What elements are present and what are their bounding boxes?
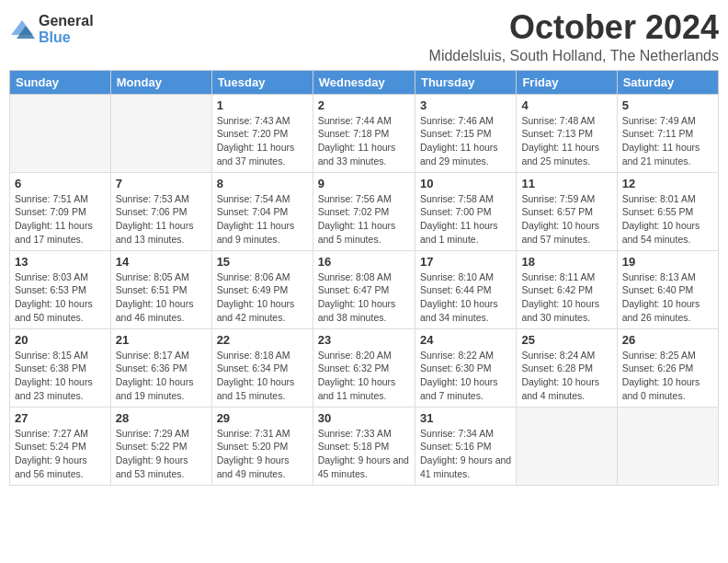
calendar-cell: 29Sunrise: 7:31 AMSunset: 5:20 PMDayligh… [211,407,313,485]
calendar-cell: 30Sunrise: 7:33 AMSunset: 5:18 PMDayligh… [313,407,415,485]
day-info: Sunrise: 7:46 AMSunset: 7:15 PMDaylight:… [420,114,511,168]
month-title: October 2024 [429,9,719,46]
day-info: Sunrise: 8:11 AMSunset: 6:42 PMDaylight:… [521,270,611,325]
day-info: Sunrise: 7:27 AMSunset: 5:24 PMDaylight:… [15,427,106,481]
day-info: Sunrise: 8:15 AMSunset: 6:38 PMDaylight:… [15,349,106,403]
calendar-cell [10,94,111,172]
day-number: 2 [318,98,410,112]
calendar-header-monday: Monday [110,70,211,94]
day-info: Sunrise: 8:13 AMSunset: 6:40 PMDaylight:… [622,270,713,325]
day-info: Sunrise: 7:33 AMSunset: 5:18 PMDaylight:… [318,427,410,481]
day-info: Sunrise: 8:17 AMSunset: 6:36 PMDaylight:… [116,349,207,403]
day-number: 29 [217,411,308,425]
day-number: 28 [116,411,207,425]
calendar-cell: 13Sunrise: 8:03 AMSunset: 6:53 PMDayligh… [10,250,111,328]
calendar-week-row: 20Sunrise: 8:15 AMSunset: 6:38 PMDayligh… [10,328,719,407]
day-info: Sunrise: 8:06 AMSunset: 6:49 PMDaylight:… [217,270,308,325]
day-info: Sunrise: 8:05 AMSunset: 6:51 PMDaylight:… [116,270,207,325]
day-number: 5 [622,98,713,112]
day-info: Sunrise: 7:54 AMSunset: 7:04 PMDaylight:… [217,192,308,247]
day-info: Sunrise: 7:31 AMSunset: 5:20 PMDaylight:… [217,427,308,481]
calendar-cell: 18Sunrise: 8:11 AMSunset: 6:42 PMDayligh… [517,250,617,328]
calendar-cell: 3Sunrise: 7:46 AMSunset: 7:15 PMDaylight… [415,94,516,172]
day-number: 30 [318,411,410,425]
calendar-header-thursday: Thursday [415,70,516,94]
day-number: 4 [521,98,611,112]
location-title: Middelsluis, South Holland, The Netherla… [429,48,719,64]
calendar-header-friday: Friday [517,70,617,94]
calendar-week-row: 6Sunrise: 7:51 AMSunset: 7:09 PMDaylight… [10,172,719,250]
calendar-cell: 12Sunrise: 8:01 AMSunset: 6:55 PMDayligh… [617,172,718,250]
day-number: 19 [622,255,713,269]
day-info: Sunrise: 7:48 AMSunset: 7:13 PMDaylight:… [521,114,611,168]
day-number: 9 [318,177,410,190]
calendar-header-wednesday: Wednesday [313,70,415,94]
day-info: Sunrise: 7:56 AMSunset: 7:02 PMDaylight:… [318,192,410,247]
day-number: 17 [420,255,511,269]
day-number: 15 [217,255,308,269]
day-number: 12 [622,177,713,190]
day-info: Sunrise: 7:29 AMSunset: 5:22 PMDaylight:… [116,427,207,481]
day-info: Sunrise: 7:58 AMSunset: 7:00 PMDaylight:… [420,192,511,247]
logo-text: General Blue [39,13,94,45]
page-header: General Blue October 2024 Middelsluis, S… [9,9,719,64]
day-number: 16 [318,255,410,269]
calendar-cell: 6Sunrise: 7:51 AMSunset: 7:09 PMDaylight… [10,172,111,250]
day-number: 7 [116,177,207,190]
calendar-cell: 31Sunrise: 7:34 AMSunset: 5:16 PMDayligh… [415,407,516,485]
calendar-week-row: 1Sunrise: 7:43 AMSunset: 7:20 PMDaylight… [10,94,719,172]
calendar-cell: 5Sunrise: 7:49 AMSunset: 7:11 PMDaylight… [617,94,718,172]
day-info: Sunrise: 8:01 AMSunset: 6:55 PMDaylight:… [622,192,713,247]
day-info: Sunrise: 8:20 AMSunset: 6:32 PMDaylight:… [318,349,410,403]
day-info: Sunrise: 7:59 AMSunset: 6:57 PMDaylight:… [521,192,611,247]
logo-icon [9,17,35,42]
day-info: Sunrise: 8:08 AMSunset: 6:47 PMDaylight:… [318,270,410,325]
day-info: Sunrise: 7:51 AMSunset: 7:09 PMDaylight:… [15,192,106,247]
day-info: Sunrise: 7:34 AMSunset: 5:16 PMDaylight:… [420,427,511,481]
calendar-header-saturday: Saturday [617,70,718,94]
day-number: 13 [15,255,106,269]
day-number: 25 [521,333,611,347]
calendar-cell: 27Sunrise: 7:27 AMSunset: 5:24 PMDayligh… [10,407,111,485]
day-number: 11 [521,177,611,190]
day-info: Sunrise: 8:10 AMSunset: 6:44 PMDaylight:… [420,270,511,325]
calendar-cell: 16Sunrise: 8:08 AMSunset: 6:47 PMDayligh… [313,250,415,328]
day-number: 6 [15,177,106,190]
calendar-cell: 28Sunrise: 7:29 AMSunset: 5:22 PMDayligh… [110,407,211,485]
calendar-cell: 2Sunrise: 7:44 AMSunset: 7:18 PMDaylight… [313,94,415,172]
calendar-cell: 8Sunrise: 7:54 AMSunset: 7:04 PMDaylight… [211,172,313,250]
day-number: 23 [318,333,410,347]
calendar-cell: 14Sunrise: 8:05 AMSunset: 6:51 PMDayligh… [110,250,211,328]
calendar-cell: 11Sunrise: 7:59 AMSunset: 6:57 PMDayligh… [517,172,617,250]
day-number: 10 [420,177,511,190]
calendar-week-row: 27Sunrise: 7:27 AMSunset: 5:24 PMDayligh… [10,407,719,485]
day-info: Sunrise: 7:49 AMSunset: 7:11 PMDaylight:… [622,114,713,168]
calendar-cell: 1Sunrise: 7:43 AMSunset: 7:20 PMDaylight… [211,94,313,172]
day-number: 26 [622,333,713,347]
calendar-cell: 4Sunrise: 7:48 AMSunset: 7:13 PMDaylight… [517,94,617,172]
calendar-cell: 17Sunrise: 8:10 AMSunset: 6:44 PMDayligh… [415,250,516,328]
day-number: 31 [420,411,511,425]
calendar-cell: 7Sunrise: 7:53 AMSunset: 7:06 PMDaylight… [110,172,211,250]
day-info: Sunrise: 7:53 AMSunset: 7:06 PMDaylight:… [116,192,207,247]
day-number: 24 [420,333,511,347]
calendar-cell [110,94,211,172]
calendar-header-sunday: Sunday [10,70,111,94]
calendar-cell: 23Sunrise: 8:20 AMSunset: 6:32 PMDayligh… [313,328,415,407]
day-number: 20 [15,333,106,347]
day-number: 27 [15,411,106,425]
logo-general-text: General [39,13,94,29]
calendar-cell: 21Sunrise: 8:17 AMSunset: 6:36 PMDayligh… [110,328,211,407]
logo: General Blue [9,13,94,45]
calendar-header-tuesday: Tuesday [211,70,313,94]
day-number: 18 [521,255,611,269]
title-area: October 2024 Middelsluis, South Holland,… [429,9,719,64]
calendar-cell: 26Sunrise: 8:25 AMSunset: 6:26 PMDayligh… [617,328,718,407]
day-number: 22 [217,333,308,347]
calendar-cell [617,407,718,485]
calendar-cell: 22Sunrise: 8:18 AMSunset: 6:34 PMDayligh… [211,328,313,407]
logo-blue-text: Blue [39,29,94,46]
calendar-cell: 20Sunrise: 8:15 AMSunset: 6:38 PMDayligh… [10,328,111,407]
calendar-table: SundayMondayTuesdayWednesdayThursdayFrid… [9,70,719,486]
calendar-cell: 24Sunrise: 8:22 AMSunset: 6:30 PMDayligh… [415,328,516,407]
